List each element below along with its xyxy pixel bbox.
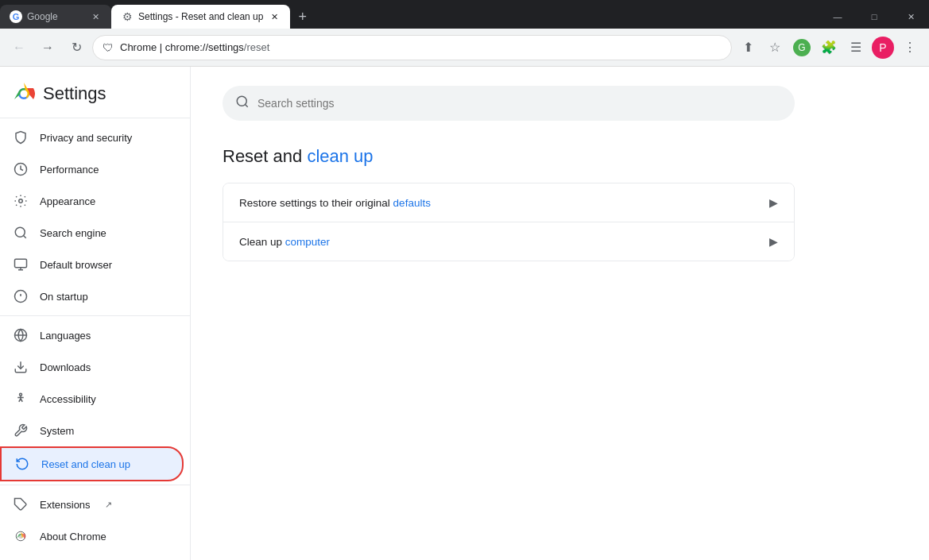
sidebar-item-accessibility[interactable]: Accessibility xyxy=(0,383,184,415)
tab-settings-title: Settings - Reset and clean up xyxy=(138,11,263,22)
sidebar-item-search[interactable]: Search engine xyxy=(0,217,184,249)
svg-point-4 xyxy=(19,199,23,203)
sidebar-item-accessibility-label: Accessibility xyxy=(40,393,96,405)
sidebar-item-privacy-label: Privacy and security xyxy=(40,132,132,144)
system-icon xyxy=(13,423,29,438)
secure-icon: 🛡 xyxy=(103,41,114,54)
menu-button[interactable]: ⋮ xyxy=(897,35,923,60)
downloads-icon xyxy=(13,359,29,375)
forward-button[interactable]: → xyxy=(35,35,60,60)
sidebar-divider-bot xyxy=(0,485,190,485)
sidebar-item-extensions-label: Extensions xyxy=(40,499,91,511)
sidebar-divider-top xyxy=(0,118,190,118)
sidebar-header: Settings xyxy=(0,73,190,114)
google-favicon: G xyxy=(10,10,22,23)
address-full: chrome://settings/reset xyxy=(165,41,270,53)
sidebar-item-default-browser[interactable]: Default browser xyxy=(0,249,184,280)
sidebar-item-default-browser-label: Default browser xyxy=(40,259,112,271)
sidebar-item-languages[interactable]: Languages xyxy=(0,319,184,351)
sidebar-item-reset[interactable]: Reset and clean up xyxy=(0,446,184,481)
sidebar-item-about[interactable]: About Chrome xyxy=(0,520,184,552)
search-bar[interactable] xyxy=(223,86,795,121)
avatar: P xyxy=(872,37,894,59)
sidebar-item-downloads[interactable]: Downloads xyxy=(0,351,184,383)
sidebar-item-languages-label: Languages xyxy=(40,330,91,342)
toolbar-actions: ⬆ ☆ G 🧩 ☰ P ⋮ xyxy=(735,35,923,60)
startup-icon xyxy=(13,288,29,304)
chrome-logo-icon xyxy=(13,83,35,105)
search-input[interactable] xyxy=(257,97,782,110)
sidebar-item-search-label: Search engine xyxy=(40,227,106,239)
restore-chevron-icon: ▶ xyxy=(769,196,778,209)
sidebar-item-about-label: About Chrome xyxy=(40,531,106,543)
main-panel: Reset and clean up Restore settings to t… xyxy=(191,67,929,560)
back-button[interactable]: ← xyxy=(6,35,32,60)
sidebar-item-privacy[interactable]: Privacy and security xyxy=(0,122,184,153)
search-engine-icon xyxy=(13,225,29,241)
svg-point-14 xyxy=(237,96,246,106)
sidebar-item-system-label: System xyxy=(40,425,74,437)
content-area: Settings Privacy and security Performanc… xyxy=(0,67,929,560)
sidebar-item-startup[interactable]: On startup xyxy=(0,280,184,312)
settings-favicon: ⚙ xyxy=(121,10,134,23)
page-title-plain: Reset and xyxy=(223,146,307,166)
address-bar[interactable]: 🛡 Chrome | chrome://settings/reset xyxy=(92,35,732,60)
sidebar-item-extensions[interactable]: Extensions ↗ xyxy=(0,489,184,520)
languages-icon xyxy=(13,327,29,343)
extensions-button[interactable]: 🧩 xyxy=(816,35,842,60)
sidebar-item-reset-label: Reset and clean up xyxy=(41,458,130,470)
profile-icon: G xyxy=(793,39,811,56)
share-button[interactable]: ⬆ xyxy=(735,35,761,60)
close-google-tab[interactable]: ✕ xyxy=(89,10,102,23)
sidebar-title: Settings xyxy=(43,83,106,104)
cleanup-chevron-icon: ▶ xyxy=(769,235,778,248)
sidebar-divider-mid xyxy=(0,315,190,316)
profile-button[interactable]: G xyxy=(789,35,815,60)
sidebar-item-startup-label: On startup xyxy=(40,291,88,303)
close-settings-tab[interactable]: ✕ xyxy=(268,10,281,23)
reload-button[interactable]: ↻ xyxy=(64,35,89,60)
svg-point-5 xyxy=(15,227,25,237)
maximize-button[interactable]: □ xyxy=(856,2,892,31)
page-title-blue: clean up xyxy=(307,146,373,166)
default-browser-icon xyxy=(13,257,29,272)
svg-point-10 xyxy=(20,393,22,396)
settings-card: Restore settings to their original defau… xyxy=(223,183,795,261)
window-controls: — □ ✕ xyxy=(819,5,929,29)
sidebar-item-performance-label: Performance xyxy=(40,164,99,176)
minimize-button[interactable]: — xyxy=(819,2,856,31)
sidebar-item-performance[interactable]: Performance xyxy=(0,153,184,185)
browser-frame: G Google ✕ ⚙ Settings - Reset and clean … xyxy=(0,0,929,560)
cleanup-computer-text: Clean up computer xyxy=(239,236,330,248)
tab-settings[interactable]: ⚙ Settings - Reset and clean up ✕ xyxy=(111,5,290,29)
restore-settings-item[interactable]: Restore settings to their original defau… xyxy=(223,183,794,222)
restore-settings-text: Restore settings to their original defau… xyxy=(239,197,431,209)
reset-icon xyxy=(14,456,30,472)
sidebar-item-appearance[interactable]: Appearance xyxy=(0,185,184,217)
title-bar: G Google ✕ ⚙ Settings - Reset and clean … xyxy=(0,0,929,29)
sidebar-item-downloads-label: Downloads xyxy=(40,361,91,373)
close-button[interactable]: ✕ xyxy=(892,2,929,31)
svg-rect-6 xyxy=(15,259,27,268)
sidebar: Settings Privacy and security Performanc… xyxy=(0,67,191,560)
about-chrome-icon xyxy=(13,528,29,544)
appearance-icon xyxy=(13,193,29,209)
toolbar: ← → ↻ 🛡 Chrome | chrome://settings/reset… xyxy=(0,29,929,67)
search-icon xyxy=(235,95,250,113)
sidebar-item-appearance-label: Appearance xyxy=(40,195,95,207)
sidebar-toggle[interactable]: ☰ xyxy=(843,35,869,60)
page-title: Reset and clean up xyxy=(223,146,897,167)
address-url: Chrome | chrome://settings/reset xyxy=(120,41,269,53)
bookmark-button[interactable]: ☆ xyxy=(762,35,788,60)
new-tab-button[interactable]: + xyxy=(290,5,315,29)
external-link-icon: ↗ xyxy=(105,500,112,510)
performance-icon xyxy=(13,161,29,177)
cleanup-computer-item[interactable]: Clean up computer ▶ xyxy=(223,222,794,261)
address-domain: Chrome xyxy=(120,41,157,53)
user-avatar-button[interactable]: P xyxy=(870,35,896,60)
privacy-icon xyxy=(13,129,29,145)
svg-point-2 xyxy=(21,91,28,98)
extensions-sidebar-icon xyxy=(13,496,29,512)
sidebar-item-system[interactable]: System xyxy=(0,415,184,446)
tab-google[interactable]: G Google ✕ xyxy=(0,5,111,29)
